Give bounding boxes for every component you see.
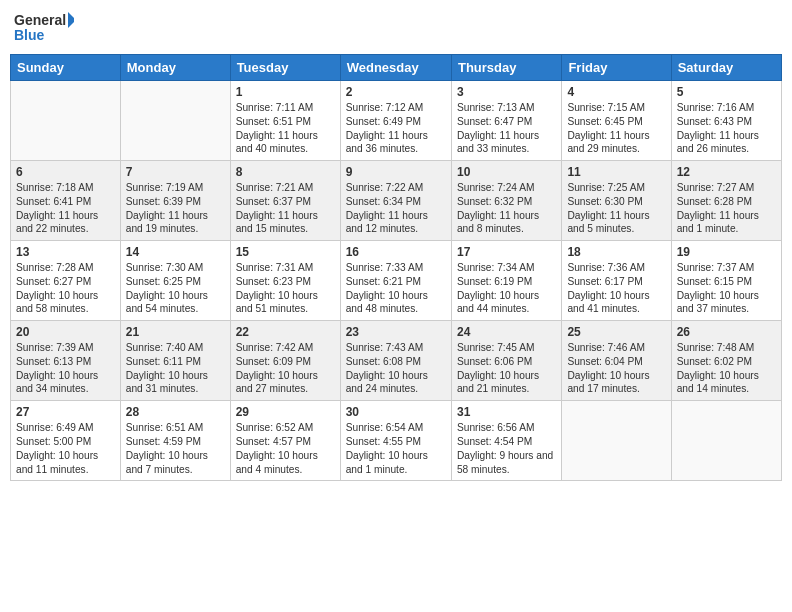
- calendar-cell: 23Sunrise: 7:43 AMSunset: 6:08 PMDayligh…: [340, 321, 451, 401]
- weekday-header-monday: Monday: [120, 55, 230, 81]
- day-number: 25: [567, 325, 665, 339]
- cell-details: Sunrise: 6:54 AMSunset: 4:55 PMDaylight:…: [346, 421, 446, 476]
- page-header: General Blue: [10, 10, 782, 46]
- calendar-cell: 11Sunrise: 7:25 AMSunset: 6:30 PMDayligh…: [562, 161, 671, 241]
- cell-details: Sunrise: 7:42 AMSunset: 6:09 PMDaylight:…: [236, 341, 335, 396]
- calendar-cell: 10Sunrise: 7:24 AMSunset: 6:32 PMDayligh…: [451, 161, 561, 241]
- calendar-cell: 17Sunrise: 7:34 AMSunset: 6:19 PMDayligh…: [451, 241, 561, 321]
- calendar-cell: 20Sunrise: 7:39 AMSunset: 6:13 PMDayligh…: [11, 321, 121, 401]
- cell-details: Sunrise: 7:31 AMSunset: 6:23 PMDaylight:…: [236, 261, 335, 316]
- calendar-cell: 3Sunrise: 7:13 AMSunset: 6:47 PMDaylight…: [451, 81, 561, 161]
- weekday-header-wednesday: Wednesday: [340, 55, 451, 81]
- cell-details: Sunrise: 7:27 AMSunset: 6:28 PMDaylight:…: [677, 181, 776, 236]
- day-number: 21: [126, 325, 225, 339]
- cell-details: Sunrise: 6:52 AMSunset: 4:57 PMDaylight:…: [236, 421, 335, 476]
- calendar-cell: [671, 401, 781, 481]
- day-number: 31: [457, 405, 556, 419]
- cell-details: Sunrise: 7:36 AMSunset: 6:17 PMDaylight:…: [567, 261, 665, 316]
- day-number: 15: [236, 245, 335, 259]
- cell-details: Sunrise: 7:37 AMSunset: 6:15 PMDaylight:…: [677, 261, 776, 316]
- calendar-cell: 27Sunrise: 6:49 AMSunset: 5:00 PMDayligh…: [11, 401, 121, 481]
- calendar-cell: [11, 81, 121, 161]
- weekday-header-saturday: Saturday: [671, 55, 781, 81]
- calendar-cell: 15Sunrise: 7:31 AMSunset: 6:23 PMDayligh…: [230, 241, 340, 321]
- calendar-week-row: 1Sunrise: 7:11 AMSunset: 6:51 PMDaylight…: [11, 81, 782, 161]
- day-number: 8: [236, 165, 335, 179]
- cell-details: Sunrise: 7:33 AMSunset: 6:21 PMDaylight:…: [346, 261, 446, 316]
- cell-details: Sunrise: 7:39 AMSunset: 6:13 PMDaylight:…: [16, 341, 115, 396]
- calendar-cell: 26Sunrise: 7:48 AMSunset: 6:02 PMDayligh…: [671, 321, 781, 401]
- calendar-cell: 2Sunrise: 7:12 AMSunset: 6:49 PMDaylight…: [340, 81, 451, 161]
- weekday-header-sunday: Sunday: [11, 55, 121, 81]
- calendar-cell: 12Sunrise: 7:27 AMSunset: 6:28 PMDayligh…: [671, 161, 781, 241]
- weekday-header-tuesday: Tuesday: [230, 55, 340, 81]
- cell-details: Sunrise: 7:25 AMSunset: 6:30 PMDaylight:…: [567, 181, 665, 236]
- day-number: 29: [236, 405, 335, 419]
- calendar-cell: 31Sunrise: 6:56 AMSunset: 4:54 PMDayligh…: [451, 401, 561, 481]
- cell-details: Sunrise: 7:28 AMSunset: 6:27 PMDaylight:…: [16, 261, 115, 316]
- cell-details: Sunrise: 7:40 AMSunset: 6:11 PMDaylight:…: [126, 341, 225, 396]
- cell-details: Sunrise: 7:19 AMSunset: 6:39 PMDaylight:…: [126, 181, 225, 236]
- cell-details: Sunrise: 7:46 AMSunset: 6:04 PMDaylight:…: [567, 341, 665, 396]
- calendar-cell: 1Sunrise: 7:11 AMSunset: 6:51 PMDaylight…: [230, 81, 340, 161]
- day-number: 11: [567, 165, 665, 179]
- calendar-cell: 22Sunrise: 7:42 AMSunset: 6:09 PMDayligh…: [230, 321, 340, 401]
- cell-details: Sunrise: 7:21 AMSunset: 6:37 PMDaylight:…: [236, 181, 335, 236]
- day-number: 3: [457, 85, 556, 99]
- cell-details: Sunrise: 7:24 AMSunset: 6:32 PMDaylight:…: [457, 181, 556, 236]
- day-number: 19: [677, 245, 776, 259]
- day-number: 2: [346, 85, 446, 99]
- calendar-cell: [562, 401, 671, 481]
- calendar-week-row: 20Sunrise: 7:39 AMSunset: 6:13 PMDayligh…: [11, 321, 782, 401]
- svg-text:Blue: Blue: [14, 27, 45, 43]
- calendar-cell: 16Sunrise: 7:33 AMSunset: 6:21 PMDayligh…: [340, 241, 451, 321]
- weekday-header-row: SundayMondayTuesdayWednesdayThursdayFrid…: [11, 55, 782, 81]
- day-number: 22: [236, 325, 335, 339]
- cell-details: Sunrise: 7:16 AMSunset: 6:43 PMDaylight:…: [677, 101, 776, 156]
- cell-details: Sunrise: 7:45 AMSunset: 6:06 PMDaylight:…: [457, 341, 556, 396]
- cell-details: Sunrise: 7:13 AMSunset: 6:47 PMDaylight:…: [457, 101, 556, 156]
- cell-details: Sunrise: 7:11 AMSunset: 6:51 PMDaylight:…: [236, 101, 335, 156]
- cell-details: Sunrise: 7:15 AMSunset: 6:45 PMDaylight:…: [567, 101, 665, 156]
- day-number: 24: [457, 325, 556, 339]
- svg-text:General: General: [14, 12, 66, 28]
- day-number: 13: [16, 245, 115, 259]
- cell-details: Sunrise: 7:34 AMSunset: 6:19 PMDaylight:…: [457, 261, 556, 316]
- calendar-cell: 19Sunrise: 7:37 AMSunset: 6:15 PMDayligh…: [671, 241, 781, 321]
- cell-details: Sunrise: 6:51 AMSunset: 4:59 PMDaylight:…: [126, 421, 225, 476]
- day-number: 17: [457, 245, 556, 259]
- cell-details: Sunrise: 7:12 AMSunset: 6:49 PMDaylight:…: [346, 101, 446, 156]
- cell-details: Sunrise: 7:30 AMSunset: 6:25 PMDaylight:…: [126, 261, 225, 316]
- day-number: 18: [567, 245, 665, 259]
- cell-details: Sunrise: 7:48 AMSunset: 6:02 PMDaylight:…: [677, 341, 776, 396]
- cell-details: Sunrise: 7:22 AMSunset: 6:34 PMDaylight:…: [346, 181, 446, 236]
- cell-details: Sunrise: 7:43 AMSunset: 6:08 PMDaylight:…: [346, 341, 446, 396]
- day-number: 27: [16, 405, 115, 419]
- calendar-week-row: 13Sunrise: 7:28 AMSunset: 6:27 PMDayligh…: [11, 241, 782, 321]
- svg-marker-2: [68, 12, 74, 28]
- calendar-cell: 28Sunrise: 6:51 AMSunset: 4:59 PMDayligh…: [120, 401, 230, 481]
- calendar-cell: 18Sunrise: 7:36 AMSunset: 6:17 PMDayligh…: [562, 241, 671, 321]
- calendar-cell: 9Sunrise: 7:22 AMSunset: 6:34 PMDaylight…: [340, 161, 451, 241]
- day-number: 7: [126, 165, 225, 179]
- calendar-cell: [120, 81, 230, 161]
- day-number: 23: [346, 325, 446, 339]
- day-number: 4: [567, 85, 665, 99]
- day-number: 1: [236, 85, 335, 99]
- logo-svg: General Blue: [14, 10, 74, 46]
- day-number: 28: [126, 405, 225, 419]
- calendar-cell: 29Sunrise: 6:52 AMSunset: 4:57 PMDayligh…: [230, 401, 340, 481]
- cell-details: Sunrise: 7:18 AMSunset: 6:41 PMDaylight:…: [16, 181, 115, 236]
- calendar-cell: 4Sunrise: 7:15 AMSunset: 6:45 PMDaylight…: [562, 81, 671, 161]
- day-number: 12: [677, 165, 776, 179]
- day-number: 16: [346, 245, 446, 259]
- calendar-cell: 21Sunrise: 7:40 AMSunset: 6:11 PMDayligh…: [120, 321, 230, 401]
- calendar-cell: 25Sunrise: 7:46 AMSunset: 6:04 PMDayligh…: [562, 321, 671, 401]
- cell-details: Sunrise: 6:56 AMSunset: 4:54 PMDaylight:…: [457, 421, 556, 476]
- day-number: 9: [346, 165, 446, 179]
- calendar-cell: 8Sunrise: 7:21 AMSunset: 6:37 PMDaylight…: [230, 161, 340, 241]
- weekday-header-thursday: Thursday: [451, 55, 561, 81]
- cell-details: Sunrise: 6:49 AMSunset: 5:00 PMDaylight:…: [16, 421, 115, 476]
- calendar-cell: 14Sunrise: 7:30 AMSunset: 6:25 PMDayligh…: [120, 241, 230, 321]
- calendar-table: SundayMondayTuesdayWednesdayThursdayFrid…: [10, 54, 782, 481]
